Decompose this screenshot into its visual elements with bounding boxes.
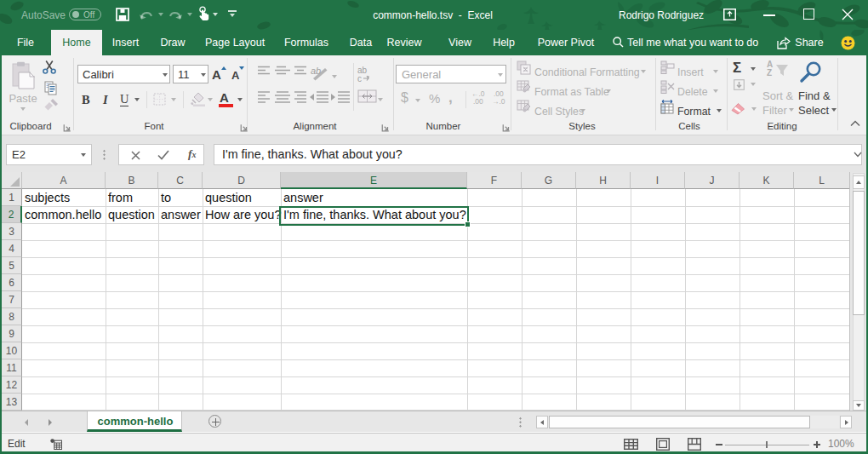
svg-text:c: c <box>357 74 362 83</box>
